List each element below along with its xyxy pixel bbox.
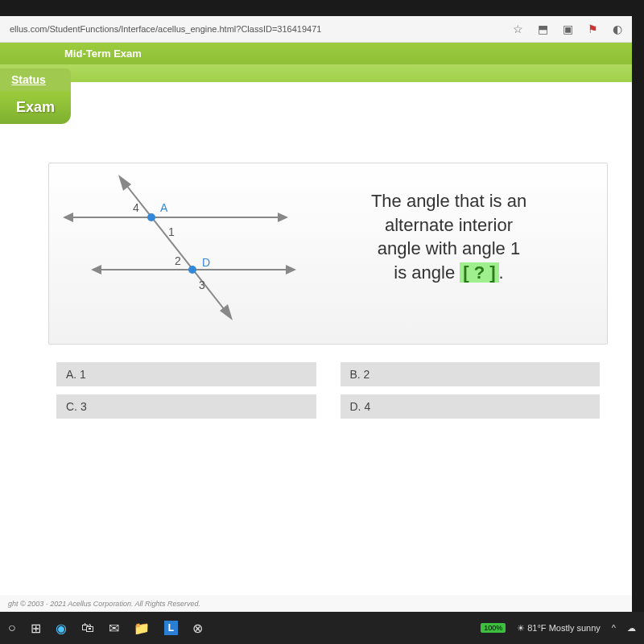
- edge-icon[interactable]: ◉: [56, 621, 67, 636]
- answer-d[interactable]: D. 4: [341, 394, 601, 419]
- task-view-icon[interactable]: ⊞: [31, 621, 41, 636]
- answer-a[interactable]: A. 1: [56, 362, 316, 386]
- cloud-icon[interactable]: ☁: [627, 623, 636, 634]
- sub-header-bar: [0, 64, 632, 82]
- svg-marker-4: [91, 265, 101, 275]
- extension-icon[interactable]: ⬒: [538, 23, 548, 35]
- page-title: Mid-Term Exam: [64, 47, 142, 60]
- battery-indicator[interactable]: 100%: [481, 623, 506, 633]
- url-text[interactable]: ellus.com/StudentFunctions/Interface/ace…: [10, 24, 513, 34]
- answer-c[interactable]: C. 3: [56, 394, 316, 419]
- reader-icon[interactable]: ▣: [563, 23, 573, 35]
- svg-marker-1: [63, 213, 73, 222]
- answer-blank[interactable]: [ ? ]: [460, 262, 498, 283]
- point-d-label: D: [202, 256, 210, 269]
- favorite-icon[interactable]: ☆: [513, 23, 523, 35]
- geometry-diagram: A D 4 1 2 3: [59, 173, 300, 334]
- svg-point-9: [147, 213, 155, 221]
- explorer-icon[interactable]: 📁: [134, 621, 150, 636]
- question-box: A D 4 1 2 3 The angle that is an alterna…: [48, 163, 608, 345]
- store-icon[interactable]: 🛍: [81, 621, 94, 635]
- weather-widget[interactable]: ☀ 81°F Mostly sunny: [517, 623, 601, 634]
- point-a-label: A: [160, 201, 168, 214]
- angle-3-label: 3: [199, 279, 205, 291]
- answer-grid: A. 1 B. 2 C. 3 D. 4: [48, 345, 608, 436]
- profile-icon[interactable]: ◐: [613, 23, 622, 35]
- search-icon[interactable]: ○: [8, 621, 16, 635]
- angle-1-label: 1: [168, 225, 175, 238]
- page-title-bar: Mid-Term Exam: [0, 43, 632, 64]
- flag-icon[interactable]: ⚑: [588, 23, 598, 35]
- angle-4-label: 4: [133, 201, 139, 214]
- answer-b[interactable]: B. 2: [341, 362, 601, 386]
- browser-address-bar: ellus.com/StudentFunctions/Interface/ace…: [0, 16, 632, 43]
- question-area: A D 4 1 2 3 The angle that is an alterna…: [0, 82, 632, 452]
- footer-copyright: ght © 2003 - 2021 Acellus Corporation. A…: [0, 595, 632, 613]
- tab-exam[interactable]: Exam: [0, 91, 71, 124]
- app-l-icon[interactable]: L: [164, 621, 178, 635]
- mail-icon[interactable]: ✉: [109, 621, 119, 636]
- angle-2-label: 2: [175, 254, 181, 267]
- chevron-up-icon[interactable]: ^: [612, 623, 616, 633]
- windows-taskbar[interactable]: ○ ⊞ ◉ 🛍 ✉ 📁 L ⊗ 100% ☀ 81°F Mostly sunny…: [0, 612, 644, 644]
- svg-marker-5: [286, 265, 296, 275]
- tab-status[interactable]: Status: [0, 68, 71, 91]
- svg-marker-2: [278, 213, 288, 222]
- svg-point-10: [188, 266, 196, 274]
- xbox-icon[interactable]: ⊗: [192, 621, 203, 636]
- question-text: The angle that is an alternate interior …: [300, 173, 597, 334]
